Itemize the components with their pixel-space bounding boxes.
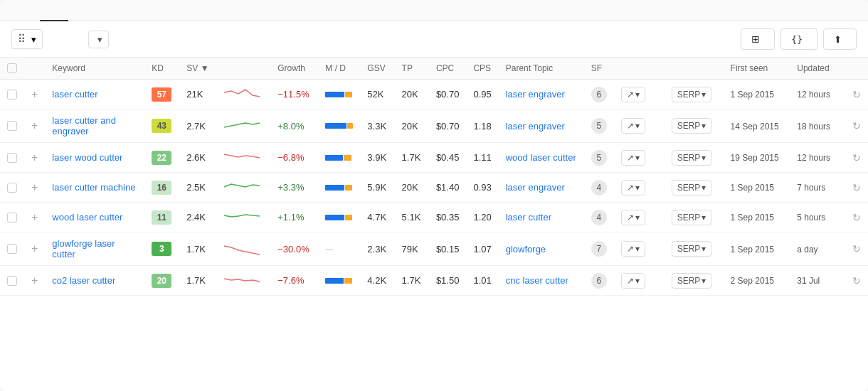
updated-value: a day	[797, 245, 817, 255]
row-gsv-cell: 52K	[360, 80, 394, 109]
header-checkbox[interactable]	[0, 58, 24, 80]
row-checkbox[interactable]	[7, 183, 17, 193]
row-refresh-cell: ↻	[845, 109, 868, 143]
serp-button[interactable]: SERP ▾	[672, 150, 712, 166]
cpc-value: $0.70	[436, 89, 460, 100]
header-sv[interactable]: SV ▼	[179, 58, 217, 80]
refresh-icon[interactable]: ↻	[852, 212, 861, 223]
export-button[interactable]: ⬆	[823, 28, 857, 50]
add-keyword-button[interactable]: +	[31, 88, 38, 100]
first-seen-value: 1 Sep 2015	[731, 90, 774, 100]
row-updated-cell: 7 hours	[790, 173, 845, 203]
row-cpc-cell: $1.40	[429, 173, 467, 203]
keywords-table: Keyword KD SV ▼ Growth M / D GSV TP CPC …	[0, 58, 868, 296]
row-checkbox[interactable]	[7, 153, 17, 163]
add-keyword-button[interactable]: +	[31, 274, 38, 286]
md-bar-blue	[325, 185, 344, 191]
parent-topic-link[interactable]: laser engraver	[506, 121, 565, 132]
clusters-dropdown-icon: ▾	[31, 34, 36, 45]
row-refresh-cell: ↻	[845, 203, 868, 232]
refresh-icon[interactable]: ↻	[852, 89, 861, 100]
tp-value: 20K	[402, 121, 418, 132]
md-bar	[325, 123, 353, 129]
tab-keywords[interactable]	[11, 0, 40, 21]
md-bar-blue	[325, 215, 344, 220]
refresh-icon[interactable]: ↻	[852, 243, 861, 255]
add-keyword-button[interactable]: +	[31, 242, 38, 255]
sparkline-chart	[224, 117, 263, 133]
parent-topic-link[interactable]: laser engraver	[506, 89, 565, 100]
add-keyword-button[interactable]: +	[31, 211, 38, 223]
add-keyword-button[interactable]: +	[31, 119, 38, 132]
row-checkbox[interactable]	[7, 90, 17, 100]
row-cpc-cell: $0.70	[429, 80, 467, 109]
row-tp-cell: 20K	[395, 109, 429, 143]
tab-clusters-parent[interactable]	[40, 0, 68, 21]
row-keyword-cell: laser cutter and engraver	[45, 109, 144, 143]
growth-button[interactable]: ▾	[88, 31, 109, 48]
first-seen-value: 14 Sep 2015	[731, 122, 779, 132]
table-row: + laser cutter machine 16 2.5K +3.3% 5.9…	[0, 173, 868, 203]
row-gsv-cell: 3.3K	[360, 109, 394, 143]
row-chart-cell	[217, 173, 270, 203]
gsv-value: 3.3K	[367, 121, 386, 132]
row-checkbox[interactable]	[7, 121, 17, 131]
trend-button[interactable]: ↗ ▾	[621, 150, 645, 166]
parent-topic-link[interactable]: wood laser cutter	[506, 152, 576, 163]
keyword-link[interactable]: wood laser cutter	[52, 212, 122, 223]
serp-button[interactable]: SERP ▾	[672, 210, 712, 225]
keyword-link[interactable]: laser wood cutter	[52, 152, 122, 163]
api-button[interactable]: {}	[780, 28, 817, 50]
row-first-seen-cell: 1 Sep 2015	[724, 203, 790, 232]
refresh-icon[interactable]: ↻	[852, 182, 861, 193]
row-chart-cell	[217, 109, 270, 143]
tab-clusters-terms[interactable]	[68, 0, 97, 21]
md-bar-blue	[325, 155, 343, 161]
parent-topic-link[interactable]: laser cutter	[506, 212, 551, 223]
trend-button[interactable]: ↗ ▾	[621, 180, 645, 196]
export-icon: ⬆	[834, 34, 842, 45]
md-bar-yellow	[344, 278, 352, 284]
parent-topic-link[interactable]: cnc laser cutter	[506, 275, 568, 286]
keyword-link[interactable]: laser cutter machine	[52, 182, 135, 193]
header-add	[24, 58, 45, 80]
keyword-link[interactable]: laser cutter and engraver	[52, 115, 116, 136]
trend-button[interactable]: ↗ ▾	[621, 87, 645, 102]
refresh-icon[interactable]: ↻	[852, 152, 861, 164]
first-seen-value: 1 Sep 2015	[731, 245, 774, 255]
row-gsv-cell: 2.3K	[360, 232, 394, 266]
growth-value: +3.3%	[277, 182, 304, 193]
trend-button[interactable]: ↗ ▾	[621, 210, 645, 225]
sparkline-chart	[224, 178, 263, 194]
serp-button[interactable]: SERP ▾	[672, 241, 712, 257]
trend-button[interactable]: ↗ ▾	[621, 273, 645, 289]
serp-button[interactable]: SERP ▾	[672, 180, 712, 196]
add-keyword-button[interactable]: +	[31, 151, 38, 164]
refresh-icon[interactable]: ↻	[852, 275, 861, 286]
row-trend-cell: ↗ ▾	[614, 80, 665, 109]
refresh-icon[interactable]: ↻	[852, 120, 861, 132]
table-row: + co2 laser cutter 20 1.7K −7.6% 4.2K	[0, 266, 868, 296]
clusters-button[interactable]: ⠿ ▾	[11, 29, 43, 49]
columns-button[interactable]: ⊞	[741, 28, 775, 50]
table-row: + laser cutter 57 21K −11.5% 52K	[0, 80, 868, 109]
row-checkbox[interactable]	[7, 244, 17, 254]
keyword-link[interactable]: co2 laser cutter	[52, 275, 115, 286]
serp-button[interactable]: SERP ▾	[672, 118, 712, 134]
trend-button[interactable]: ↗ ▾	[621, 118, 645, 134]
sv-value: 2.4K	[186, 212, 206, 223]
add-keyword-button[interactable]: +	[31, 181, 38, 193]
trend-button[interactable]: ↗ ▾	[621, 241, 645, 257]
parent-topic-link[interactable]: glowforge	[506, 244, 546, 255]
row-checkbox[interactable]	[7, 213, 17, 223]
serp-button[interactable]: SERP ▾	[672, 87, 712, 102]
keyword-link[interactable]: laser cutter	[52, 89, 97, 100]
cpc-value: $0.35	[436, 212, 460, 223]
keyword-link[interactable]: glowforge laser cutter	[52, 238, 115, 259]
row-cps-cell: 1.01	[466, 266, 498, 296]
tp-value: 1.7K	[402, 275, 421, 286]
row-cpc-cell: $0.70	[429, 109, 467, 143]
parent-topic-link[interactable]: laser engraver	[506, 182, 565, 193]
row-checkbox[interactable]	[7, 276, 17, 286]
serp-button[interactable]: SERP ▾	[672, 273, 712, 289]
